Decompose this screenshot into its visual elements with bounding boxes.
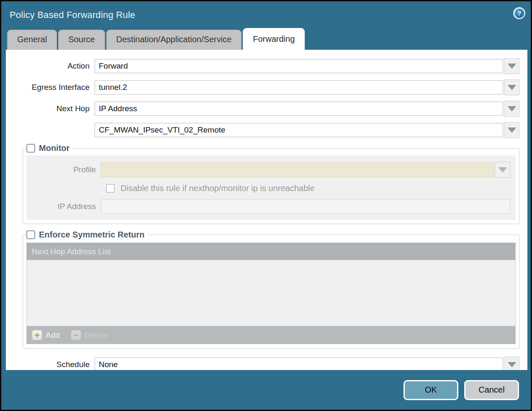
next-hop-address-select[interactable]: CF_MWAN_IPsec_VTI_02_Remote bbox=[95, 123, 503, 137]
disable-rule-label: Disable this rule if nexthop/monitor ip … bbox=[121, 184, 315, 193]
tab-destination-application-service[interactable]: Destination/Application/Service bbox=[106, 30, 242, 50]
action-dropdown-button[interactable] bbox=[504, 58, 519, 74]
next-hop-address-list-body[interactable] bbox=[27, 260, 515, 326]
profile-label: Profile bbox=[26, 165, 101, 174]
monitor-section: Monitor Profile Disable this rule if nex… bbox=[23, 143, 519, 224]
chevron-down-icon bbox=[508, 106, 516, 111]
monitor-legend: Monitor bbox=[26, 143, 72, 153]
egress-interface-row: Egress Interface tunnel.2 bbox=[6, 79, 525, 95]
egress-interface-select[interactable]: tunnel.2 bbox=[95, 80, 503, 94]
monitor-ip-address-input bbox=[101, 199, 510, 214]
cancel-button[interactable]: Cancel bbox=[464, 380, 519, 400]
add-button-label: Add bbox=[46, 331, 60, 340]
minus-icon: − bbox=[71, 330, 81, 340]
schedule-label: Schedule bbox=[6, 360, 95, 369]
monitor-ip-address-label: IP Address bbox=[26, 202, 101, 211]
disable-rule-checkbox bbox=[106, 184, 115, 193]
chevron-down-icon bbox=[508, 85, 516, 90]
schedule-select[interactable]: None bbox=[95, 357, 503, 370]
enforce-symmetric-return-label: Enforce Symmetric Return bbox=[39, 230, 144, 240]
enforce-symmetric-return-checkbox[interactable] bbox=[26, 230, 35, 239]
next-hop-address-list-header: Next Hop Address List bbox=[27, 243, 515, 260]
next-hop-label: Next Hop bbox=[6, 104, 95, 113]
next-hop-address-list-toolbar: + Add − Delete bbox=[27, 326, 515, 344]
monitor-ip-address-row: IP Address bbox=[26, 199, 511, 214]
delete-button-label: Delete bbox=[85, 331, 108, 340]
dialog-title: Policy Based Forwarding Rule bbox=[10, 10, 135, 20]
next-hop-address-dropdown-button[interactable] bbox=[504, 122, 519, 138]
monitor-section-label: Monitor bbox=[39, 143, 69, 153]
ok-button[interactable]: OK bbox=[403, 380, 458, 400]
forwarding-tab-content: Action Forward Egress Interface tunnel.2… bbox=[6, 50, 527, 370]
help-icon-glyph: ? bbox=[515, 9, 524, 18]
chevron-down-icon bbox=[508, 64, 516, 69]
profile-select bbox=[101, 162, 494, 177]
egress-interface-label: Egress Interface bbox=[6, 83, 95, 92]
next-hop-address-table: Next Hop Address List + Add − Delete bbox=[26, 243, 516, 344]
enforce-symmetric-return-section: Enforce Symmetric Return Next Hop Addres… bbox=[23, 230, 519, 349]
next-hop-row: Next Hop IP Address bbox=[6, 101, 525, 117]
next-hop-address-row: CF_MWAN_IPsec_VTI_02_Remote bbox=[6, 122, 525, 138]
schedule-row: Schedule None bbox=[6, 357, 525, 370]
egress-interface-dropdown-button[interactable] bbox=[504, 79, 519, 95]
enforce-symmetric-return-legend: Enforce Symmetric Return bbox=[26, 230, 147, 240]
action-select[interactable]: Forward bbox=[95, 59, 503, 73]
action-row: Action Forward bbox=[6, 58, 525, 74]
add-button[interactable]: + Add bbox=[32, 330, 60, 340]
dialog-footer: OK Cancel bbox=[1, 370, 531, 410]
dialog-titlebar: Policy Based Forwarding Rule ? bbox=[1, 1, 531, 28]
tab-bar: General Source Destination/Application/S… bbox=[1, 28, 531, 50]
chevron-down-icon bbox=[508, 128, 516, 133]
monitor-checkbox[interactable] bbox=[26, 144, 35, 153]
plus-icon: + bbox=[32, 330, 42, 340]
tab-source[interactable]: Source bbox=[58, 30, 105, 50]
next-hop-dropdown-button[interactable] bbox=[504, 101, 519, 117]
disable-rule-row: Disable this rule if nexthop/monitor ip … bbox=[26, 184, 511, 193]
next-hop-type-select[interactable]: IP Address bbox=[95, 102, 503, 116]
action-label: Action bbox=[6, 61, 95, 71]
chevron-down-icon bbox=[508, 362, 516, 367]
profile-dropdown-button bbox=[495, 162, 510, 178]
schedule-dropdown-button[interactable] bbox=[504, 357, 519, 370]
chevron-down-icon bbox=[499, 167, 507, 172]
help-icon[interactable]: ? bbox=[513, 7, 525, 19]
monitor-panel: Profile Disable this rule if nexthop/mon… bbox=[26, 156, 516, 220]
policy-based-forwarding-dialog: Policy Based Forwarding Rule ? General S… bbox=[0, 0, 532, 411]
tab-general[interactable]: General bbox=[7, 30, 57, 50]
delete-button: − Delete bbox=[71, 330, 108, 340]
profile-row: Profile bbox=[26, 162, 511, 178]
tab-forwarding[interactable]: Forwarding bbox=[243, 28, 305, 50]
